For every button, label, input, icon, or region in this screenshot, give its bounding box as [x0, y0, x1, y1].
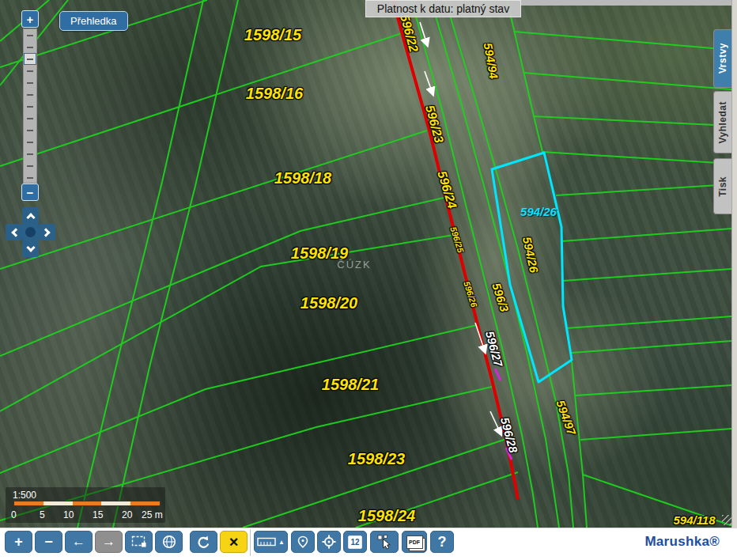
gps-location-button[interactable] — [291, 531, 315, 553]
target-icon — [322, 535, 336, 549]
zoom-level-tick[interactable] — [24, 77, 36, 89]
measure-button[interactable]: ▲ — [254, 531, 288, 553]
zoom-out-tool-button[interactable]: − — [35, 531, 62, 553]
dropdown-arrow-icon: ▲ — [278, 539, 285, 546]
parcel-label: 1598/16 — [246, 85, 303, 103]
marushka-map-viewer: 1598/15 1598/16 1598/18 1598/19 1598/20 … — [0, 0, 737, 560]
chevron-left-icon — [11, 228, 20, 236]
zoom-out-button[interactable]: − — [21, 184, 39, 201]
parcel-boundaries — [0, 0, 737, 528]
zoom-level-tick[interactable] — [24, 124, 36, 136]
pan-left-button[interactable] — [6, 224, 22, 240]
bottom-toolbar: + − ← → × — [0, 528, 737, 560]
right-panel-strip — [731, 0, 737, 528]
parcel-label: 596/25 — [448, 225, 466, 254]
pan-down-button[interactable] — [22, 240, 39, 257]
zoom-in-tool-button[interactable]: + — [5, 531, 32, 553]
full-extent-button[interactable] — [155, 531, 183, 553]
parcel-label: 596/24 — [434, 169, 459, 210]
parcel-label: 596/22 — [397, 13, 421, 54]
parcel-label: 594/94 — [482, 42, 501, 80]
scale-tick-label: 20 — [122, 509, 132, 520]
direction-arrows — [420, 22, 501, 433]
calendar-icon: 12 — [348, 535, 362, 549]
locate-button[interactable] — [317, 531, 341, 553]
valid-state-red-line — [393, 0, 518, 500]
overview-button[interactable]: Přehledka — [59, 11, 128, 31]
tab-vyhledat[interactable]: Vyhledat — [713, 91, 731, 153]
pan-center-icon — [25, 227, 36, 237]
scale-tick-label: 0 — [11, 509, 17, 520]
zoom-level-tick[interactable] — [24, 89, 36, 100]
zoom-level-tick[interactable] — [24, 148, 36, 160]
chevron-down-icon — [26, 243, 35, 252]
marushka-logo: Marushka® — [622, 534, 720, 550]
select-by-pointer-button[interactable] — [370, 531, 399, 553]
pdf-print-icon: PDF — [406, 535, 423, 549]
highlighted-parcel-polygon — [492, 153, 572, 382]
scale-segments — [13, 501, 161, 506]
zoom-level-tick[interactable] — [24, 29, 36, 41]
toolbar-separator — [250, 529, 251, 556]
zoom-level-tick[interactable] — [24, 160, 36, 172]
date-filter-button[interactable]: 12 — [343, 531, 367, 553]
ruler-icon — [257, 537, 276, 547]
parcel-label: 1598/20 — [300, 294, 357, 312]
history-forward-button[interactable]: → — [95, 531, 123, 553]
scale-tick-label: 15 — [93, 509, 103, 520]
print-pdf-button[interactable]: PDF — [402, 531, 427, 553]
parcel-lines-overlay — [0, 0, 737, 528]
parcel-label: 1598/24 — [358, 507, 415, 525]
pan-center-button[interactable] — [22, 224, 39, 240]
parcel-label: 594/26 — [520, 236, 541, 274]
help-button[interactable]: ? — [430, 531, 454, 553]
parcel-label: 1598/19 — [291, 244, 348, 263]
tab-tisk[interactable]: Tisk — [713, 158, 731, 214]
parcel-label: 1598/15 — [244, 26, 301, 44]
history-back-button[interactable]: ← — [65, 531, 93, 553]
parcel-label: 594/118 — [673, 513, 715, 527]
scale-ratio: 1:500 — [13, 490, 36, 501]
gps-pin-icon — [297, 535, 309, 548]
zoom-level-tick[interactable] — [24, 112, 36, 124]
pan-right-button[interactable] — [39, 224, 55, 240]
tab-vrstvy[interactable]: Vrstvy — [713, 29, 731, 88]
globe-icon — [162, 535, 176, 549]
validity-status-bar: Platnost k datu: platný stav — [365, 0, 521, 17]
zoom-level-tick[interactable] — [24, 41, 36, 53]
parcel-label: 596/26 — [462, 280, 479, 308]
zoom-level-tick-current[interactable] — [24, 53, 36, 65]
map-canvas[interactable]: 1598/15 1598/16 1598/18 1598/19 1598/20 … — [0, 0, 737, 528]
top-panel-strip — [520, 0, 737, 6]
zoom-level-tick[interactable] — [24, 65, 36, 77]
zoom-in-button[interactable]: + — [21, 10, 39, 28]
parcel-label: 1598/21 — [322, 376, 379, 394]
parcel-label: 596/27 — [483, 330, 505, 369]
parcel-label: 594/97 — [554, 399, 579, 437]
parcel-label: 596/23 — [422, 104, 446, 145]
scale-tick-label: 5 — [40, 509, 45, 520]
resize-grip[interactable] — [722, 515, 732, 525]
refresh-button[interactable] — [190, 531, 217, 553]
parcel-label: 596/3 — [489, 282, 512, 314]
zoom-level-slider[interactable] — [23, 28, 37, 184]
refresh-icon — [196, 535, 211, 550]
scale-tick-label: 10 — [63, 509, 74, 520]
cuzk-watermark: ČÚZK — [337, 259, 371, 271]
pan-up-button[interactable] — [22, 207, 39, 224]
chevron-up-icon — [26, 213, 35, 221]
scale-bar: 1:500 0 5 10 15 20 25 m — [6, 487, 165, 523]
rectangle-select-icon — [131, 535, 147, 548]
cancel-button[interactable]: × — [220, 531, 248, 553]
scale-tick-label: 25 m — [142, 509, 163, 520]
zoom-level-tick[interactable] — [24, 172, 36, 184]
magenta-boundary-ticks — [495, 369, 512, 460]
parcel-label: 1598/18 — [274, 169, 331, 187]
zoom-level-tick[interactable] — [24, 100, 36, 112]
parcel-label: 1598/23 — [348, 450, 405, 468]
highlighted-parcel-label: 594/26 — [520, 205, 557, 218]
zoom-rectangle-button[interactable] — [125, 531, 153, 553]
parcel-label: 596/28 — [498, 416, 520, 455]
zoom-level-tick[interactable] — [24, 136, 36, 148]
chevron-right-icon — [41, 228, 50, 236]
